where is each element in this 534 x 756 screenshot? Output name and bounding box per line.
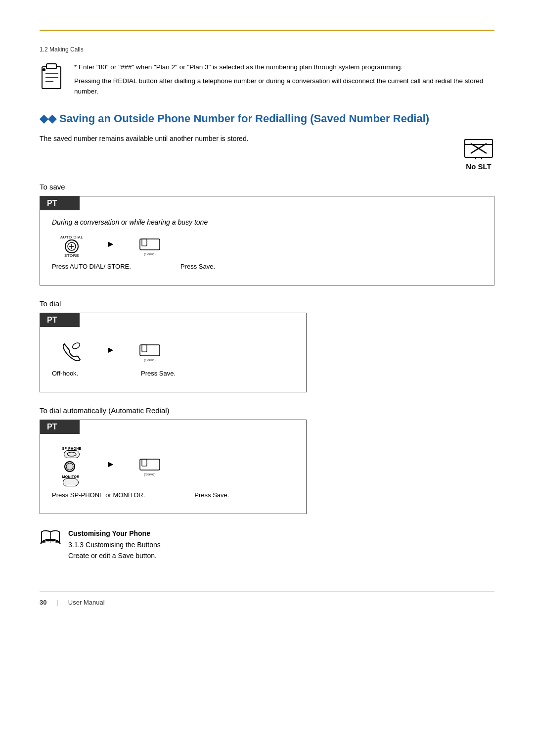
page: 1.2 Making Calls * Enter "80" or "###" w…: [0, 0, 534, 756]
to-dial-body: ► (Save) Off-hook. Press Save.: [40, 327, 306, 392]
save-icon-3: (Save): [139, 457, 161, 476]
step1-label: Press AUTO DIAL/ STORE.: [52, 263, 131, 270]
svg-point-18: [72, 342, 81, 350]
reference-icon: [40, 528, 61, 549]
spphone-step: SP-PHONE MONITOR: [52, 447, 91, 486]
press-save-label-3: Press Save.: [194, 491, 229, 499]
to-dial-auto-body: SP-PHONE MONITOR: [40, 434, 306, 514]
save-small-label-2: (Save): [144, 358, 156, 362]
to-save-body: During a conversation or while hearing a…: [40, 210, 494, 285]
save-icon-2: (Save): [139, 343, 161, 362]
to-save-labels-row: Press AUTO DIAL/ STORE. Press Save.: [52, 263, 482, 270]
no-slt-icon: [463, 135, 494, 160]
or-circle: [64, 461, 75, 472]
svg-rect-23: [140, 459, 160, 470]
reference-line1: 3.1.3 Customising the Buttons: [68, 539, 161, 550]
section-title: ◆◆Saving an Outside Phone Number for Red…: [40, 112, 494, 126]
save-small-label-3: (Save): [144, 472, 156, 476]
arrow-3: ►: [106, 459, 115, 470]
monitor-row: MONITOR: [62, 475, 80, 486]
note-text-line1: * Enter "80" or "###" when "Plan 2" or "…: [74, 62, 494, 73]
save-step-3: (Save): [130, 457, 170, 476]
or-button: [64, 461, 75, 472]
note-text: * Enter "80" or "###" when "Plan 2" or "…: [74, 62, 494, 97]
section-description: The saved number remains available until…: [40, 135, 249, 142]
reference-text: Customising Your Phone 3.1.3 Customising…: [68, 528, 161, 561]
save-step-2: (Save): [130, 343, 170, 362]
svg-rect-24: [142, 459, 147, 466]
breadcrumb: 1.2 Making Calls: [40, 46, 494, 53]
svg-rect-19: [140, 345, 160, 356]
svg-rect-16: [140, 239, 160, 250]
reference-block: Customising Your Phone 3.1.3 Customising…: [40, 528, 494, 561]
autodial-bottom-label: STORE: [64, 253, 79, 258]
save-step-1: (Save): [130, 237, 170, 256]
autodial-icon: AUTO DIAL STORE: [60, 235, 84, 258]
note-block: * Enter "80" or "###" when "Plan 2" or "…: [40, 62, 494, 97]
save-small-label-1: (Save): [144, 252, 156, 256]
diamond-icons: ◆◆: [40, 112, 56, 125]
to-dial-auto-labels-row: Press SP-PHONE or MONITOR. Press Save.: [52, 491, 294, 499]
svg-rect-20: [142, 345, 147, 352]
monitor-button: [63, 478, 79, 486]
save-icon-1: (Save): [139, 237, 161, 256]
arrow-2: ►: [106, 345, 115, 355]
svg-rect-1: [46, 64, 56, 69]
svg-rect-17: [142, 239, 147, 246]
spphone-button: [64, 450, 80, 458]
footer: 30 | User Manual: [40, 591, 494, 606]
to-dial-label: To dial: [40, 299, 494, 308]
to-dial-auto-box: PT SP-PHONE: [40, 420, 307, 514]
svg-point-21: [67, 452, 76, 456]
autodial-button: [65, 239, 79, 253]
to-save-italic: During a conversation or while hearing a…: [52, 218, 482, 226]
spphone-stack: SP-PHONE MONITOR: [62, 447, 82, 486]
svg-rect-7: [465, 140, 492, 144]
arrow-1: ►: [106, 239, 115, 249]
svg-point-22: [66, 463, 73, 470]
footer-page-number: 30: [40, 599, 46, 606]
autodial-top-label: AUTO DIAL: [60, 235, 84, 239]
note-icon: [40, 63, 64, 94]
handset-step: [52, 340, 91, 365]
to-dial-auto-steps: SP-PHONE MONITOR: [52, 447, 294, 486]
reference-heading: Customising Your Phone: [68, 528, 161, 539]
monitor-label: MONITOR: [62, 475, 80, 478]
footer-label: User Manual: [68, 599, 105, 606]
footer-separator: |: [56, 599, 58, 606]
svg-point-5: [43, 68, 45, 71]
to-dial-auto-pt-header: PT: [40, 420, 80, 434]
top-rule: [40, 30, 494, 31]
offhook-label: Off-hook.: [52, 370, 91, 377]
to-save-box: PT During a conversation or while hearin…: [40, 196, 494, 285]
to-dial-box: PT ► (Sa: [40, 313, 307, 392]
note-text-line2: Pressing the REDIAL button after diallin…: [74, 76, 494, 97]
spphone-top-label: SP-PHONE: [62, 447, 82, 450]
press-save-label-2: Press Save.: [141, 370, 176, 377]
to-save-label: To save: [40, 183, 494, 191]
reference-line2: Create or edit a Save button.: [68, 550, 161, 561]
to-save-pt-header: PT: [40, 196, 80, 210]
step2-label: Press Save.: [180, 263, 215, 270]
to-dial-steps: ► (Save): [52, 340, 294, 365]
spphone-text-label: Press SP-PHONE or MONITOR.: [52, 491, 145, 499]
spphone-row: SP-PHONE: [62, 447, 82, 458]
no-slt-label: No SLT: [466, 162, 491, 171]
to-dial-auto-label: To dial automatically (Automatic Redial): [40, 406, 494, 415]
handset-icon: [59, 340, 84, 365]
autodial-step: AUTO DIAL STORE: [52, 235, 91, 258]
to-dial-pt-header: PT: [40, 313, 80, 327]
no-slt-block: No SLT: [463, 135, 494, 171]
to-dial-labels-row: Off-hook. Press Save.: [52, 370, 294, 377]
to-save-steps: AUTO DIAL STORE ► (Sav: [52, 235, 482, 258]
